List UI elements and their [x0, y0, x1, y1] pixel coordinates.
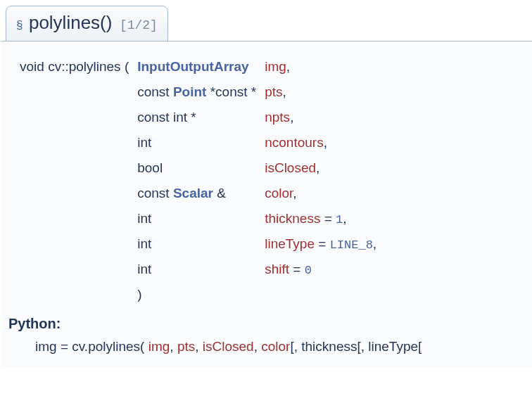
param-type-3: int — [133, 130, 260, 155]
param-name-0: img, — [260, 54, 381, 79]
function-name: polylines() — [29, 12, 113, 33]
param-type-4: bool — [133, 155, 260, 181]
param-type-5: const Scalar & — [133, 181, 260, 206]
param-name-6: thickness = 1, — [260, 206, 381, 231]
permalink-icon[interactable]: § — [16, 18, 23, 32]
type-link-point[interactable]: Point — [173, 84, 207, 99]
param-name-4: isClosed, — [260, 155, 381, 181]
param-type-7: int — [133, 231, 260, 257]
param-name-2: npts, — [260, 105, 381, 130]
type-link-scalar[interactable]: Scalar — [173, 186, 213, 200]
type-link-line8[interactable]: LINE_8 — [330, 238, 373, 252]
param-type-2: const int * — [133, 105, 260, 130]
param-name-3: ncontours, — [260, 130, 381, 155]
python-label: Python: — [8, 316, 518, 332]
param-name-1: pts, — [260, 79, 381, 105]
param-type-6: int — [133, 206, 260, 231]
close-paren: ) — [133, 282, 260, 307]
python-signature: img = cv.polylines( img, pts, isClosed, … — [35, 339, 518, 354]
param-name-7: lineType = LINE_8, — [260, 231, 381, 257]
overload-indicator: [1/2] — [120, 18, 158, 32]
param-name-5: color, — [260, 181, 381, 206]
param-type-8: int — [133, 257, 260, 282]
signature-panel: void cv::polylines ( InputOutputArray im… — [1, 41, 532, 367]
function-tab: § polylines() [1/2] — [6, 6, 168, 41]
param-name-8: shift = 0 — [260, 257, 381, 282]
param-type-1: const Point *const * — [133, 79, 260, 105]
return-and-name: void cv::polylines ( — [15, 54, 133, 79]
cpp-signature-table: void cv::polylines ( InputOutputArray im… — [15, 54, 381, 307]
type-link-inputoutputarray[interactable]: InputOutputArray — [137, 59, 248, 74]
param-type-0: InputOutputArray — [133, 54, 260, 79]
